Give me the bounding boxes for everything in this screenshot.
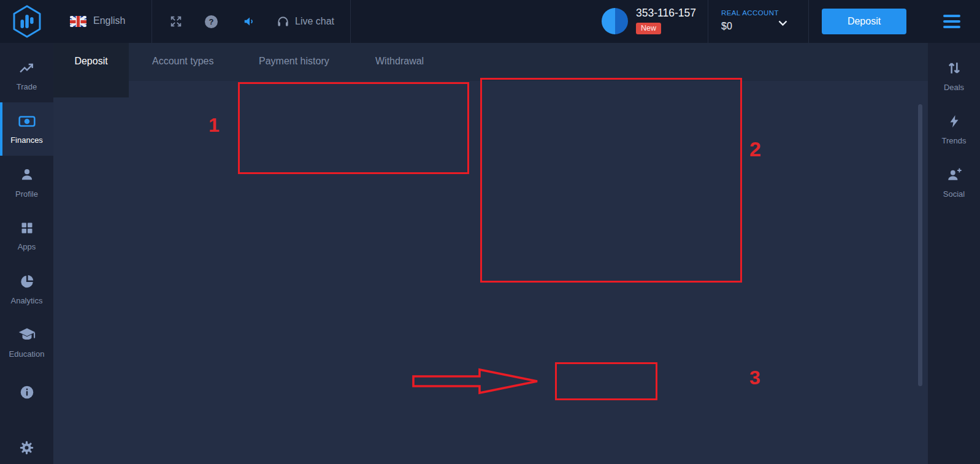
- sidebar-item-label: Deals: [944, 83, 964, 92]
- sidebar-item-settings[interactable]: [0, 422, 53, 464]
- headset-icon: [276, 15, 290, 31]
- sidebar-item-label: Trade: [17, 82, 37, 91]
- scrollbar-thumb[interactable]: [918, 104, 922, 386]
- sidebar-item-label: Apps: [18, 242, 36, 251]
- language-label: English: [93, 15, 125, 26]
- tab-payment-history[interactable]: Payment history: [259, 56, 329, 67]
- header-deposit-button[interactable]: Deposit: [822, 9, 906, 34]
- sidebar-item-label: Trends: [942, 136, 967, 145]
- header-divider: [708, 0, 708, 43]
- sound-icon[interactable]: [243, 15, 256, 31]
- tab-deposit[interactable]: Deposit: [53, 43, 129, 97]
- sidebar-item-analytics[interactable]: Analytics: [0, 262, 53, 316]
- menu-icon[interactable]: [943, 15, 960, 28]
- tab-account-types[interactable]: Account types: [152, 56, 214, 67]
- tab-label: Deposit: [74, 56, 107, 97]
- account-type-label: REAL ACCOUNT: [721, 9, 779, 17]
- new-badge: New: [636, 23, 661, 34]
- header-divider: [808, 0, 809, 43]
- fullscreen-icon[interactable]: [169, 15, 183, 31]
- sidebar-item-trends[interactable]: Trends: [928, 102, 980, 156]
- help-question-icon[interactable]: ?: [205, 15, 218, 28]
- avatar[interactable]: [602, 8, 628, 34]
- left-sidebar: Trade Finances Profile: [0, 43, 53, 464]
- right-sidebar: Deals Trends Social: [928, 43, 980, 464]
- arrows-up-down-icon: [946, 60, 962, 78]
- tab-withdrawal[interactable]: Withdrawal: [375, 56, 424, 67]
- uk-flag-icon: [70, 16, 86, 27]
- account-id: 353-116-157: [636, 7, 696, 20]
- sidebar-item-label: Profile: [15, 189, 38, 199]
- sidebar-item-profile[interactable]: Profile: [0, 156, 53, 209]
- person-icon: [19, 167, 35, 185]
- grid-icon: [20, 221, 34, 238]
- live-chat-link[interactable]: Live chat: [295, 16, 334, 27]
- info-circle-icon: [19, 384, 35, 403]
- deposit-page: English ? Live chat 353-116-157: [0, 0, 980, 464]
- header-divider: [151, 0, 152, 43]
- sidebar-item-apps[interactable]: Apps: [0, 209, 53, 262]
- account-balance: $0: [721, 21, 732, 32]
- main-content: [53, 81, 928, 464]
- sidebar-item-label: Education: [9, 349, 45, 359]
- graduation-cap-icon: [18, 327, 36, 345]
- sidebar-item-label: Finances: [10, 135, 43, 145]
- sidebar-item-social[interactable]: Social: [928, 156, 980, 209]
- lightning-icon: [947, 113, 962, 132]
- sidebar-item-deals[interactable]: Deals: [928, 49, 980, 102]
- sidebar-item-label: Social: [943, 189, 965, 199]
- chevron-down-icon: [778, 18, 788, 29]
- gear-icon: [18, 439, 35, 458]
- sidebar-item-education[interactable]: Education: [0, 316, 53, 369]
- sidebar-item-help[interactable]: [0, 369, 53, 422]
- banknote-icon: [18, 114, 36, 131]
- pie-chart-icon: [19, 273, 35, 292]
- sidebar-item-finances[interactable]: Finances: [0, 102, 53, 156]
- sidebar-item-trade[interactable]: Trade: [0, 49, 53, 102]
- person-plus-icon: [946, 167, 963, 185]
- trade-icon: [18, 61, 36, 78]
- header-divider: [350, 0, 351, 43]
- sidebar-item-label: Analytics: [10, 296, 42, 305]
- header: English ? Live chat 353-116-157: [0, 0, 980, 43]
- platform-logo-icon[interactable]: [12, 5, 42, 40]
